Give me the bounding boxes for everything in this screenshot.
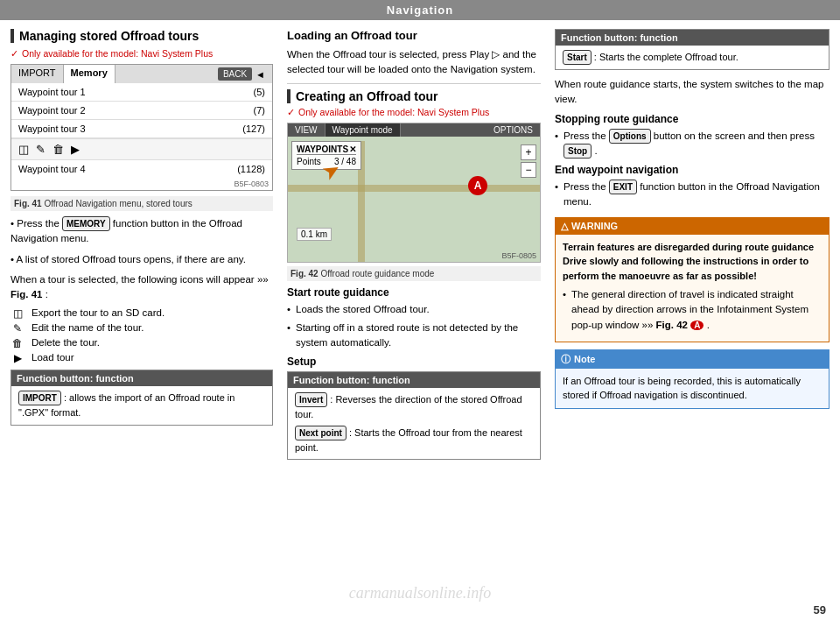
tab-back-area: BACK ◄ (211, 65, 272, 83)
left-func-box: Function button: function IMPORT : allow… (10, 370, 273, 426)
load-list-text: Load tour (32, 352, 74, 363)
page: Navigation Managing stored Offroad tours… (0, 0, 840, 620)
loading-title: Loading an Offroad tour (287, 29, 541, 42)
after-func-text: When route guidance starts, the system s… (555, 77, 830, 108)
stop-bullet: Press the Options button on the screen a… (555, 129, 830, 159)
warning-title: WARNING (571, 221, 618, 231)
start-bullet-1: Loads the stored Offroad tour. (287, 302, 541, 317)
note-box: ⓘ Note If an Offroad tour is being recor… (555, 349, 830, 409)
list-item[interactable]: Waypoint tour 3 (127) (11, 120, 272, 138)
list-item[interactable]: Waypoint tour 2 (7) (11, 102, 272, 120)
page-title: Navigation (387, 4, 453, 17)
warning-triangle-icon: △ (561, 221, 568, 232)
zoom-out-button[interactable]: − (521, 162, 536, 178)
waypoint-label: Waypoint tour 1 (18, 87, 86, 97)
exit-button-tag: EXIT (609, 180, 637, 194)
end-press: Press the (564, 181, 606, 192)
invert-row: Invert : Reverses the direction of the s… (295, 392, 533, 422)
stop-title: Stopping route guidance (555, 113, 830, 125)
end-bullet: Press the EXIT function button in the Of… (555, 180, 830, 210)
bullet-press: • Press the (10, 218, 62, 229)
map-tab-waypoint[interactable]: Waypoint mode (326, 123, 401, 137)
fig-41-label: Fig. 41 Offroad Navigation menu, stored … (10, 196, 273, 211)
warning-box: △ WARNING Terrain features are disregard… (555, 217, 830, 342)
fig-ref-left: B5F-0803 (11, 178, 272, 190)
note-info-icon: ⓘ (561, 353, 570, 366)
map-label-a: A (468, 176, 487, 195)
left-red-note: Only available for the model: Navi Syste… (10, 48, 273, 59)
tab-import[interactable]: IMPORT (11, 65, 64, 83)
left-func-box-header: Function button: function (11, 370, 272, 386)
nav-menu-box: IMPORT Memory BACK ◄ Waypoint tour 1 (5)… (10, 64, 273, 191)
back-button[interactable]: BACK (218, 67, 252, 81)
warning-line1: Terrain features are disregarded during … (563, 240, 822, 284)
mid-func-box: Function button: function Invert : Rever… (287, 371, 541, 460)
waypoint-label: Waypoint tour 3 (18, 123, 86, 134)
edit-list-text: Edit the name of the tour. (32, 322, 144, 333)
start-func-text: : Starts the complete Offroad tour. (594, 52, 738, 62)
stop-button-tag: Stop (564, 144, 592, 159)
right-func-box-header: Function button: function (556, 30, 829, 46)
body-3-text: When a tour is selected, the following i… (10, 274, 269, 285)
warning-header: △ WARNING (556, 218, 829, 235)
next-point-button-tag: Next point (295, 426, 346, 440)
map-tab-options[interactable]: OPTIONS (486, 123, 540, 137)
right-column: Function button: function Start : Starts… (555, 29, 830, 593)
delete-icon[interactable]: 🗑 (52, 143, 64, 156)
warning-bullet: The general direction of travel is indic… (563, 287, 822, 333)
export-list-text: Export the tour to an SD card. (32, 307, 164, 318)
icon-list-export: ◫ Export the tour to an SD card. (10, 307, 273, 320)
colon: : (46, 289, 48, 299)
map-waypoints-title: WAYPOINTS ✕ (297, 144, 356, 155)
map-tab-view[interactable]: VIEW (288, 123, 326, 137)
right-func-box-body: Start : Starts the complete Offroad tour… (556, 46, 829, 69)
top-bar: Navigation (0, 0, 840, 20)
divider (287, 83, 541, 84)
fig-41-number: Fig. 41 (14, 199, 42, 208)
back-icon: ◄ (256, 69, 265, 80)
edit-icon[interactable]: ✎ (36, 143, 46, 156)
loading-body: When the Offroad tour is selected, press… (287, 47, 541, 78)
body-text-2: • A list of stored Offroad tours opens, … (10, 252, 273, 267)
warning-end: . (707, 320, 710, 330)
left-section-title: Managing stored Offroad tours (10, 29, 273, 43)
map-header: VIEW Waypoint mode OPTIONS (288, 123, 540, 137)
invert-button-tag: Invert (295, 392, 327, 407)
warning-body: Terrain features are disregarded during … (556, 235, 829, 342)
mid-func-box-body: Invert : Reverses the direction of the s… (288, 388, 540, 459)
load-list-icon: ▶ (10, 352, 24, 364)
content-area: Managing stored Offroad tours Only avail… (0, 20, 840, 600)
next-point-row: Next point : Starts the Offroad tour fro… (295, 426, 533, 455)
nav-menu-header: IMPORT Memory BACK ◄ (11, 65, 272, 83)
list-item[interactable]: Waypoint tour 1 (5) (11, 83, 272, 102)
icon-list-delete: 🗑 Delete the tour. (10, 337, 273, 349)
left-func-box-body: IMPORT : allows the import of an Offroad… (11, 386, 272, 425)
fig-41-ref-inline: Fig. 41 (10, 289, 42, 299)
stop-press: Press the (564, 130, 606, 141)
waypoint-count: (127) (242, 123, 265, 134)
map-close-icon[interactable]: ✕ (349, 144, 356, 154)
page-number: 59 (0, 600, 840, 620)
delete-list-text: Delete the tour. (32, 337, 100, 348)
icon-list-load: ▶ Load tour (10, 352, 273, 364)
zoom-in-button[interactable]: + (521, 144, 536, 160)
tab-memory[interactable]: Memory (64, 65, 116, 83)
waypoint-count: (7) (254, 105, 265, 116)
memory-button-tag: MEMORY (62, 216, 110, 231)
stop-mid-text: button on the screen and then press (654, 130, 815, 141)
start-route-title: Start route guidance (287, 286, 541, 299)
start-bullet-2: Starting off in a stored route is not de… (287, 321, 541, 351)
fig-41-desc: Offroad Navigation menu, stored tours (44, 199, 192, 208)
play-icon[interactable]: ▶ (71, 143, 80, 156)
waypoints-label: WAYPOINTS (297, 144, 348, 154)
export-icon[interactable]: ◫ (18, 143, 29, 156)
toolbar-row: ◫ ✎ 🗑 ▶ (11, 138, 272, 160)
waypoint-count: (1128) (237, 164, 265, 174)
waypoint-label: Waypoint tour 2 (18, 105, 86, 116)
icon-list-edit: ✎ Edit the name of the tour. (10, 322, 273, 335)
list-item[interactable]: Waypoint tour 4 (1128) (11, 160, 272, 178)
setup-title: Setup (287, 356, 541, 368)
note-body: If an Offroad tour is being recorded, th… (556, 369, 829, 408)
mid-func-box-header: Function button: function (288, 372, 540, 388)
map-distance: 0.1 km (297, 228, 332, 241)
